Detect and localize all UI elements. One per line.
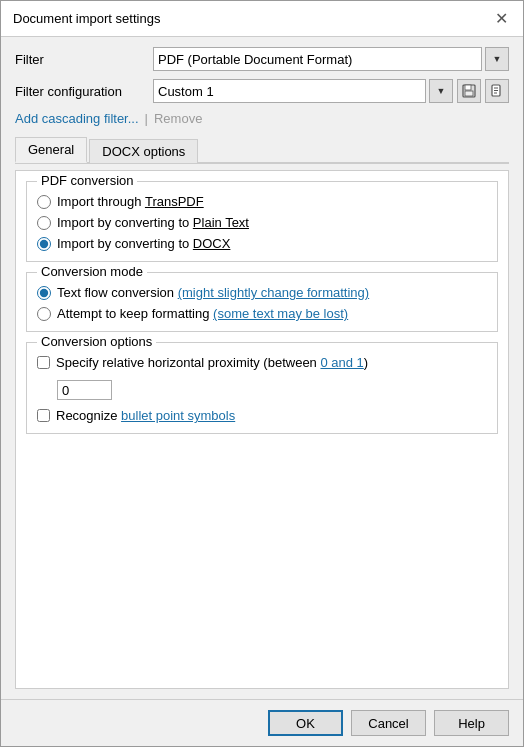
pdf-conversion-title: PDF conversion [37, 173, 137, 188]
conversion-options-checkboxes: Specify relative horizontal proximity (b… [37, 355, 487, 423]
remove-filter-button: Remove [154, 111, 202, 126]
svg-rect-2 [465, 91, 473, 96]
checkbox-item-bullet-symbols: Recognize bullet point symbols [37, 408, 487, 423]
filter-label: Filter [15, 52, 145, 67]
radio-item-keepformat[interactable]: Attempt to keep formatting (some text ma… [37, 306, 487, 321]
filter-config-select[interactable]: Custom 1 [153, 79, 426, 103]
radio-keepformat[interactable] [37, 307, 51, 321]
tab-docx-options[interactable]: DOCX options [89, 139, 198, 163]
tabs-container: General DOCX options [15, 136, 509, 164]
radio-item-textflow[interactable]: Text flow conversion (might slightly cha… [37, 285, 487, 300]
cancel-button[interactable]: Cancel [351, 710, 426, 736]
radio-transpdf[interactable] [37, 195, 51, 209]
filter-dropdown-arrow[interactable] [485, 47, 509, 71]
checkbox-item-rel-proximity: Specify relative horizontal proximity (b… [37, 355, 487, 370]
close-button[interactable]: ✕ [491, 9, 511, 29]
checkbox-rel-proximity[interactable] [37, 356, 50, 369]
dialog-footer: OK Cancel Help [1, 699, 523, 746]
add-cascading-filter-button[interactable]: Add cascading filter... [15, 111, 139, 126]
radio-keepformat-label: Attempt to keep formatting (some text ma… [57, 306, 348, 321]
radio-docx-label: Import by converting to DOCX [57, 236, 230, 251]
radio-docx[interactable] [37, 237, 51, 251]
filter-config-row: Filter configuration Custom 1 [15, 79, 509, 103]
dialog-window: Document import settings ✕ Filter PDF (P… [0, 0, 524, 747]
checkbox-bullet-symbols-label: Recognize bullet point symbols [56, 408, 235, 423]
pdf-conversion-options: Import through TransPDF Import by conver… [37, 194, 487, 251]
conversion-mode-options: Text flow conversion (might slightly cha… [37, 285, 487, 321]
checkbox-rel-proximity-label: Specify relative horizontal proximity (b… [56, 355, 368, 370]
svg-rect-1 [465, 85, 471, 90]
filter-config-label: Filter configuration [15, 84, 145, 99]
radio-textflow[interactable] [37, 286, 51, 300]
radio-plaintext[interactable] [37, 216, 51, 230]
radio-item-plaintext[interactable]: Import by converting to Plain Text [37, 215, 487, 230]
filter-config-dropdown-arrow[interactable] [429, 79, 453, 103]
dialog-content: Filter PDF (Portable Document Format) Fi… [1, 37, 523, 699]
dialog-title: Document import settings [13, 11, 160, 26]
tab-general[interactable]: General [15, 137, 87, 163]
title-bar: Document import settings ✕ [1, 1, 523, 37]
radio-plaintext-label: Import by converting to Plain Text [57, 215, 249, 230]
conversion-options-title: Conversion options [37, 334, 156, 349]
pdf-conversion-section: PDF conversion Import through TransPDF I… [26, 181, 498, 262]
cascading-separator: | [139, 111, 154, 126]
main-panel: PDF conversion Import through TransPDF I… [15, 170, 509, 689]
radio-textflow-label: Text flow conversion (might slightly cha… [57, 285, 369, 300]
conversion-mode-title: Conversion mode [37, 264, 147, 279]
radio-item-docx[interactable]: Import by converting to DOCX [37, 236, 487, 251]
save-config-button[interactable] [457, 79, 481, 103]
filter-config-control-wrap: Custom 1 [153, 79, 509, 103]
proximity-value-input[interactable]: 0 [57, 380, 112, 400]
help-button[interactable]: Help [434, 710, 509, 736]
conversion-options-section: Conversion options Specify relative hori… [26, 342, 498, 434]
radio-transpdf-label: Import through TransPDF [57, 194, 204, 209]
new-config-button[interactable] [485, 79, 509, 103]
checkbox-bullet-symbols[interactable] [37, 409, 50, 422]
filter-select[interactable]: PDF (Portable Document Format) [153, 47, 482, 71]
filter-row: Filter PDF (Portable Document Format) [15, 47, 509, 71]
radio-item-transpdf[interactable]: Import through TransPDF [37, 194, 487, 209]
conversion-mode-section: Conversion mode Text flow conversion (mi… [26, 272, 498, 332]
filter-control-wrap: PDF (Portable Document Format) [153, 47, 509, 71]
ok-button[interactable]: OK [268, 710, 343, 736]
cascading-filter-row: Add cascading filter... | Remove [15, 111, 509, 126]
